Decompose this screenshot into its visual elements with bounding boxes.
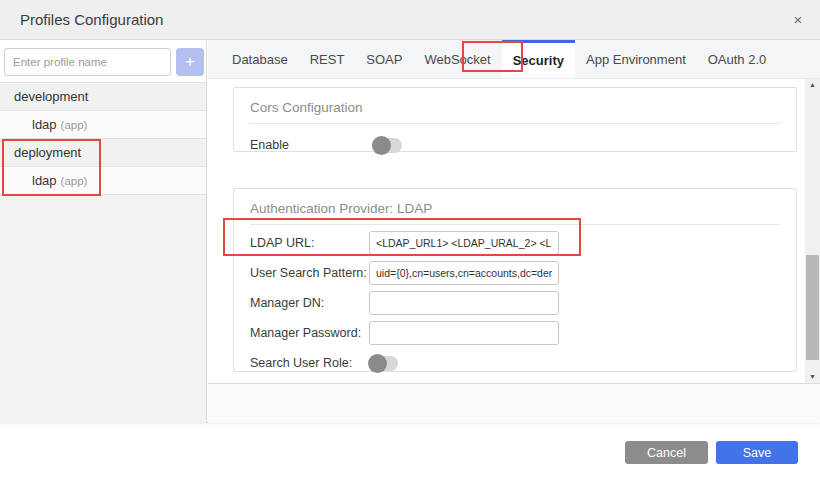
dialog-title: Profiles Configuration — [20, 0, 163, 40]
cors-configuration-card: Cors Configuration Enable — [233, 87, 797, 152]
tab-soap[interactable]: SOAP — [355, 40, 413, 78]
sidebar-item-development[interactable]: development — [0, 83, 206, 111]
manager-dn-input[interactable] — [369, 291, 559, 315]
user-search-pattern-label: User Search Pattern: — [250, 266, 369, 280]
manager-password-input[interactable] — [369, 321, 559, 345]
scroll-down-icon[interactable]: ▼ — [805, 371, 820, 383]
profile-entry-bar: + — [0, 40, 206, 83]
profiles-sidebar: + development ldap(app) deployment ldap(… — [0, 40, 207, 423]
cors-enable-label: Enable — [250, 138, 373, 152]
cors-enable-toggle[interactable] — [373, 138, 402, 153]
manager-password-row: Manager Password: — [250, 321, 780, 345]
manager-password-label: Manager Password: — [250, 326, 369, 340]
annotation-box-deployment-profile — [2, 139, 101, 196]
profile-name-input[interactable] — [4, 48, 171, 76]
close-icon[interactable]: × — [789, 11, 807, 29]
dialog-header: Profiles Configuration × — [0, 0, 820, 40]
search-user-role-toggle[interactable] — [369, 356, 398, 371]
scroll-up-icon[interactable]: ▲ — [805, 79, 820, 91]
profile-type-suffix: (app) — [61, 119, 88, 131]
content-footer-strip — [208, 383, 820, 423]
tab-app-environment[interactable]: App Environment — [575, 40, 697, 78]
annotation-box-ldap-url — [223, 218, 581, 256]
search-user-role-label: Search User Role: — [250, 356, 369, 370]
sidebar-item-development-ldap[interactable]: ldap(app) — [0, 111, 206, 139]
tab-rest[interactable]: REST — [299, 40, 356, 78]
vertical-scrollbar[interactable]: ▲ ▼ — [805, 79, 820, 383]
tab-oauth2[interactable]: OAuth 2.0 — [697, 40, 778, 78]
cors-enable-row: Enable — [250, 133, 780, 157]
cancel-button[interactable]: Cancel — [625, 441, 708, 464]
profile-label: ldap — [32, 117, 57, 132]
save-button[interactable]: Save — [716, 441, 798, 464]
annotation-box-security-tab — [462, 41, 523, 72]
manager-dn-row: Manager DN: — [250, 291, 780, 315]
profiles-configuration-dialog: Profiles Configuration × + development l… — [0, 0, 820, 423]
search-user-role-row: Search User Role: — [250, 351, 780, 375]
toggle-knob-icon — [372, 136, 391, 155]
plus-icon: + — [185, 52, 195, 71]
add-profile-button[interactable]: + — [176, 48, 204, 76]
cors-section-title: Cors Configuration — [250, 100, 780, 124]
scrollbar-thumb[interactable] — [806, 255, 819, 360]
authentication-provider-card: Authentication Provider: LDAP LDAP URL: … — [233, 188, 797, 372]
toggle-knob-icon — [368, 354, 387, 373]
user-search-pattern-input[interactable] — [369, 261, 559, 285]
profile-label: development — [14, 89, 88, 104]
tab-database[interactable]: Database — [221, 40, 299, 78]
manager-dn-label: Manager DN: — [250, 296, 369, 310]
user-search-pattern-row: User Search Pattern: — [250, 261, 780, 285]
